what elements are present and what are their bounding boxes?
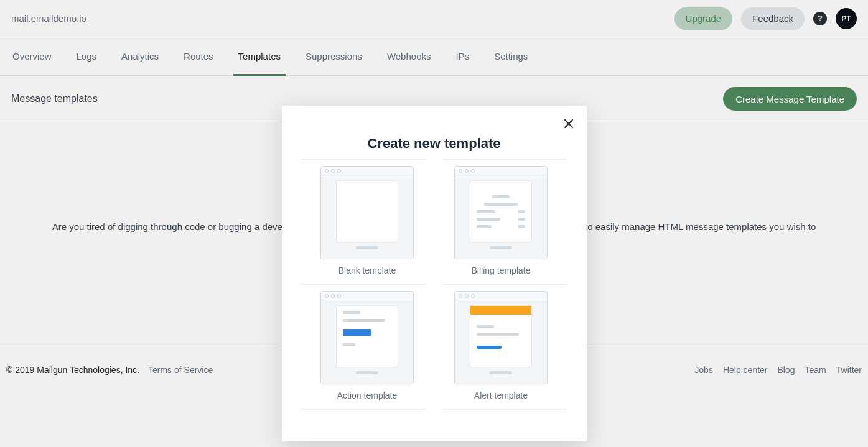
tab-routes[interactable]: Routes	[184, 37, 213, 75]
template-name-blank: Blank template	[301, 265, 434, 275]
tab-templates[interactable]: Templates	[238, 37, 281, 75]
template-option-action[interactable]: Action template	[301, 285, 434, 409]
template-option-blank[interactable]: Blank template	[301, 160, 434, 284]
create-template-modal: Create new template Blank template	[282, 106, 587, 441]
template-name-alert: Alert template	[434, 390, 568, 400]
template-preview-blank	[320, 166, 414, 259]
app-header: mail.emaildemo.io Upgrade Feedback ? PT	[0, 0, 868, 37]
footer-link-team[interactable]: Team	[805, 365, 826, 375]
upgrade-button[interactable]: Upgrade	[674, 7, 733, 30]
section-title: Message templates	[11, 93, 98, 104]
footer-copyright: © 2019 Mailgun Technologies, Inc.	[6, 365, 139, 375]
template-preview-action	[320, 291, 414, 384]
footer-link-jobs[interactable]: Jobs	[694, 365, 713, 375]
help-icon[interactable]: ?	[813, 12, 827, 25]
tab-webhooks[interactable]: Webhooks	[387, 37, 431, 75]
avatar[interactable]: PT	[836, 8, 857, 29]
template-option-billing[interactable]: Billing template	[434, 160, 568, 284]
header-actions: Upgrade Feedback ? PT	[674, 7, 857, 30]
template-name-action: Action template	[301, 390, 434, 400]
modal-title: Create new template	[301, 136, 568, 152]
close-icon[interactable]	[562, 117, 576, 131]
main-tabs: Overview Logs Analytics Routes Templates…	[0, 37, 868, 76]
template-name-billing: Billing template	[434, 265, 568, 275]
create-template-button[interactable]: Create Message Template	[723, 87, 857, 111]
tab-analytics[interactable]: Analytics	[121, 37, 159, 75]
tab-ips[interactable]: IPs	[455, 37, 469, 75]
footer-terms-link[interactable]: Terms of Service	[148, 365, 213, 375]
domain-label: mail.emaildemo.io	[11, 13, 86, 24]
template-preview-alert	[454, 291, 548, 384]
feedback-button[interactable]: Feedback	[741, 7, 805, 30]
tab-settings[interactable]: Settings	[494, 37, 528, 75]
template-option-alert[interactable]: Alert template	[434, 285, 568, 409]
tab-suppressions[interactable]: Suppressions	[306, 37, 362, 75]
footer-link-help[interactable]: Help center	[723, 365, 768, 375]
footer-link-twitter[interactable]: Twitter	[836, 365, 862, 375]
template-preview-billing	[454, 166, 548, 259]
tab-overview[interactable]: Overview	[12, 37, 52, 75]
tab-logs[interactable]: Logs	[77, 37, 97, 75]
footer-link-blog[interactable]: Blog	[778, 365, 795, 375]
